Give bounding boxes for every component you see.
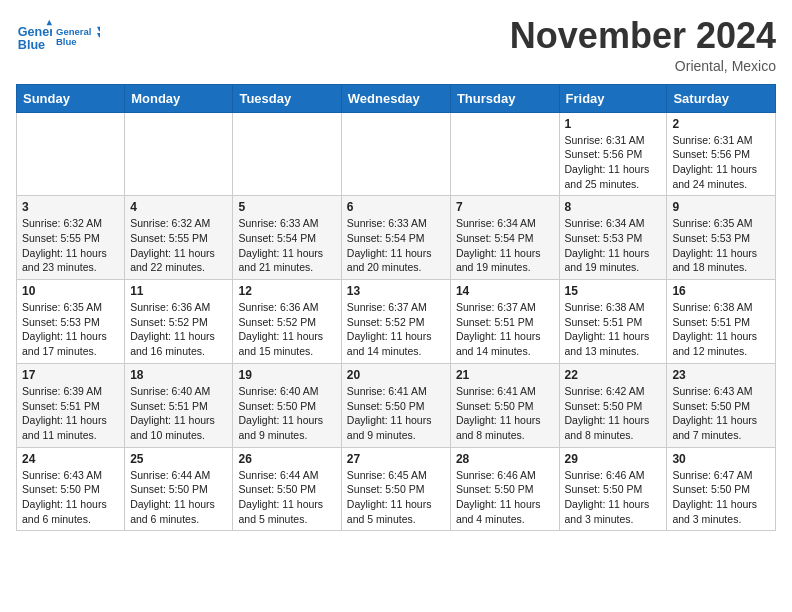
- calendar-day-cell: 8Sunrise: 6:34 AM Sunset: 5:53 PM Daylig…: [559, 196, 667, 280]
- calendar-day-cell: 18Sunrise: 6:40 AM Sunset: 5:51 PM Dayli…: [125, 363, 233, 447]
- logo: General Blue General Blue: [16, 16, 100, 56]
- calendar-day-cell: 3Sunrise: 6:32 AM Sunset: 5:55 PM Daylig…: [17, 196, 125, 280]
- calendar-day-cell: 23Sunrise: 6:43 AM Sunset: 5:50 PM Dayli…: [667, 363, 776, 447]
- calendar-day-cell: [17, 112, 125, 196]
- calendar-day-cell: 19Sunrise: 6:40 AM Sunset: 5:50 PM Dayli…: [233, 363, 341, 447]
- logo-icon: General Blue: [16, 18, 52, 54]
- svg-text:Blue: Blue: [56, 36, 77, 47]
- calendar-day-cell: 28Sunrise: 6:46 AM Sunset: 5:50 PM Dayli…: [450, 447, 559, 531]
- day-info: Sunrise: 6:38 AM Sunset: 5:51 PM Dayligh…: [565, 300, 662, 359]
- generalblue-logo-svg: General Blue: [56, 16, 100, 56]
- day-number: 27: [347, 452, 445, 466]
- weekday-header-cell: Tuesday: [233, 84, 341, 112]
- day-number: 26: [238, 452, 335, 466]
- day-info: Sunrise: 6:39 AM Sunset: 5:51 PM Dayligh…: [22, 384, 119, 443]
- weekday-header-cell: Friday: [559, 84, 667, 112]
- day-number: 14: [456, 284, 554, 298]
- weekday-header-cell: Wednesday: [341, 84, 450, 112]
- day-info: Sunrise: 6:38 AM Sunset: 5:51 PM Dayligh…: [672, 300, 770, 359]
- month-title: November 2024: [510, 16, 776, 56]
- day-info: Sunrise: 6:33 AM Sunset: 5:54 PM Dayligh…: [347, 216, 445, 275]
- calendar-day-cell: 25Sunrise: 6:44 AM Sunset: 5:50 PM Dayli…: [125, 447, 233, 531]
- day-number: 13: [347, 284, 445, 298]
- day-number: 28: [456, 452, 554, 466]
- day-number: 25: [130, 452, 227, 466]
- day-number: 23: [672, 368, 770, 382]
- day-number: 2: [672, 117, 770, 131]
- calendar-day-cell: [341, 112, 450, 196]
- calendar-day-cell: 27Sunrise: 6:45 AM Sunset: 5:50 PM Dayli…: [341, 447, 450, 531]
- calendar-day-cell: [233, 112, 341, 196]
- day-info: Sunrise: 6:41 AM Sunset: 5:50 PM Dayligh…: [347, 384, 445, 443]
- calendar-day-cell: 30Sunrise: 6:47 AM Sunset: 5:50 PM Dayli…: [667, 447, 776, 531]
- calendar-day-cell: 5Sunrise: 6:33 AM Sunset: 5:54 PM Daylig…: [233, 196, 341, 280]
- day-number: 8: [565, 200, 662, 214]
- day-info: Sunrise: 6:37 AM Sunset: 5:51 PM Dayligh…: [456, 300, 554, 359]
- day-number: 22: [565, 368, 662, 382]
- svg-marker-2: [47, 20, 52, 25]
- calendar-day-cell: 20Sunrise: 6:41 AM Sunset: 5:50 PM Dayli…: [341, 363, 450, 447]
- day-info: Sunrise: 6:36 AM Sunset: 5:52 PM Dayligh…: [130, 300, 227, 359]
- day-number: 17: [22, 368, 119, 382]
- calendar-day-cell: 2Sunrise: 6:31 AM Sunset: 5:56 PM Daylig…: [667, 112, 776, 196]
- day-info: Sunrise: 6:43 AM Sunset: 5:50 PM Dayligh…: [672, 384, 770, 443]
- day-number: 9: [672, 200, 770, 214]
- day-number: 12: [238, 284, 335, 298]
- calendar-day-cell: 4Sunrise: 6:32 AM Sunset: 5:55 PM Daylig…: [125, 196, 233, 280]
- svg-marker-6: [97, 33, 100, 38]
- svg-text:Blue: Blue: [18, 38, 45, 52]
- day-info: Sunrise: 6:33 AM Sunset: 5:54 PM Dayligh…: [238, 216, 335, 275]
- calendar-day-cell: 12Sunrise: 6:36 AM Sunset: 5:52 PM Dayli…: [233, 280, 341, 364]
- day-number: 19: [238, 368, 335, 382]
- calendar-week-row: 24Sunrise: 6:43 AM Sunset: 5:50 PM Dayli…: [17, 447, 776, 531]
- calendar-day-cell: 13Sunrise: 6:37 AM Sunset: 5:52 PM Dayli…: [341, 280, 450, 364]
- day-info: Sunrise: 6:46 AM Sunset: 5:50 PM Dayligh…: [456, 468, 554, 527]
- weekday-header-cell: Thursday: [450, 84, 559, 112]
- weekday-header-cell: Sunday: [17, 84, 125, 112]
- day-info: Sunrise: 6:43 AM Sunset: 5:50 PM Dayligh…: [22, 468, 119, 527]
- day-number: 1: [565, 117, 662, 131]
- day-info: Sunrise: 6:37 AM Sunset: 5:52 PM Dayligh…: [347, 300, 445, 359]
- calendar-day-cell: 1Sunrise: 6:31 AM Sunset: 5:56 PM Daylig…: [559, 112, 667, 196]
- day-number: 29: [565, 452, 662, 466]
- calendar-day-cell: 6Sunrise: 6:33 AM Sunset: 5:54 PM Daylig…: [341, 196, 450, 280]
- weekday-header-cell: Saturday: [667, 84, 776, 112]
- day-number: 11: [130, 284, 227, 298]
- title-block: November 2024 Oriental, Mexico: [510, 16, 776, 74]
- calendar-day-cell: 29Sunrise: 6:46 AM Sunset: 5:50 PM Dayli…: [559, 447, 667, 531]
- calendar-week-row: 1Sunrise: 6:31 AM Sunset: 5:56 PM Daylig…: [17, 112, 776, 196]
- calendar-day-cell: 26Sunrise: 6:44 AM Sunset: 5:50 PM Dayli…: [233, 447, 341, 531]
- location: Oriental, Mexico: [510, 58, 776, 74]
- calendar-day-cell: 22Sunrise: 6:42 AM Sunset: 5:50 PM Dayli…: [559, 363, 667, 447]
- day-info: Sunrise: 6:46 AM Sunset: 5:50 PM Dayligh…: [565, 468, 662, 527]
- calendar-day-cell: 16Sunrise: 6:38 AM Sunset: 5:51 PM Dayli…: [667, 280, 776, 364]
- day-info: Sunrise: 6:47 AM Sunset: 5:50 PM Dayligh…: [672, 468, 770, 527]
- calendar-day-cell: 10Sunrise: 6:35 AM Sunset: 5:53 PM Dayli…: [17, 280, 125, 364]
- calendar-day-cell: 17Sunrise: 6:39 AM Sunset: 5:51 PM Dayli…: [17, 363, 125, 447]
- day-number: 6: [347, 200, 445, 214]
- day-info: Sunrise: 6:35 AM Sunset: 5:53 PM Dayligh…: [672, 216, 770, 275]
- weekday-header-row: SundayMondayTuesdayWednesdayThursdayFrid…: [17, 84, 776, 112]
- day-info: Sunrise: 6:41 AM Sunset: 5:50 PM Dayligh…: [456, 384, 554, 443]
- day-number: 10: [22, 284, 119, 298]
- calendar-day-cell: [125, 112, 233, 196]
- day-number: 16: [672, 284, 770, 298]
- svg-marker-5: [97, 27, 100, 32]
- calendar-week-row: 3Sunrise: 6:32 AM Sunset: 5:55 PM Daylig…: [17, 196, 776, 280]
- day-number: 15: [565, 284, 662, 298]
- day-number: 21: [456, 368, 554, 382]
- day-info: Sunrise: 6:31 AM Sunset: 5:56 PM Dayligh…: [672, 133, 770, 192]
- calendar-week-row: 17Sunrise: 6:39 AM Sunset: 5:51 PM Dayli…: [17, 363, 776, 447]
- day-info: Sunrise: 6:45 AM Sunset: 5:50 PM Dayligh…: [347, 468, 445, 527]
- day-info: Sunrise: 6:40 AM Sunset: 5:51 PM Dayligh…: [130, 384, 227, 443]
- day-info: Sunrise: 6:31 AM Sunset: 5:56 PM Dayligh…: [565, 133, 662, 192]
- calendar-day-cell: 21Sunrise: 6:41 AM Sunset: 5:50 PM Dayli…: [450, 363, 559, 447]
- calendar-day-cell: 24Sunrise: 6:43 AM Sunset: 5:50 PM Dayli…: [17, 447, 125, 531]
- day-info: Sunrise: 6:40 AM Sunset: 5:50 PM Dayligh…: [238, 384, 335, 443]
- day-info: Sunrise: 6:44 AM Sunset: 5:50 PM Dayligh…: [130, 468, 227, 527]
- day-info: Sunrise: 6:44 AM Sunset: 5:50 PM Dayligh…: [238, 468, 335, 527]
- day-info: Sunrise: 6:42 AM Sunset: 5:50 PM Dayligh…: [565, 384, 662, 443]
- calendar-day-cell: 15Sunrise: 6:38 AM Sunset: 5:51 PM Dayli…: [559, 280, 667, 364]
- day-number: 30: [672, 452, 770, 466]
- day-number: 24: [22, 452, 119, 466]
